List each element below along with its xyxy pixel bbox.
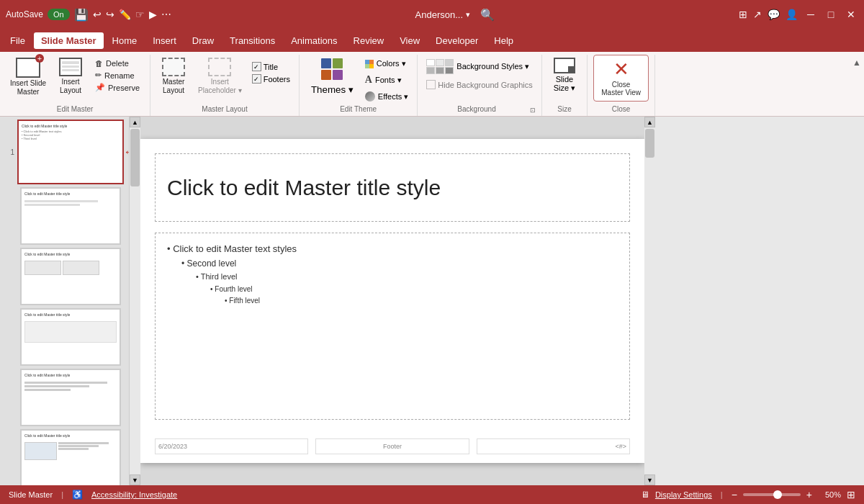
redo-icon[interactable]: ↪ — [106, 9, 114, 20]
accessibility-icon: ♿ — [72, 490, 83, 500]
menu-review[interactable]: Review — [346, 32, 392, 49]
menu-transitions[interactable]: Transitions — [222, 32, 282, 49]
slide-panel-scrollbar[interactable]: ▲ ▼ — [130, 117, 140, 485]
title-dropdown-icon[interactable]: ▾ — [466, 10, 470, 19]
zoom-thumb[interactable] — [773, 490, 782, 499]
main-area: 1 Click to edit Master title style • Cli… — [0, 117, 864, 485]
ribbon: + Insert SlideMaster InsertLayout 🗑 Dele… — [0, 52, 864, 117]
footer-right[interactable]: <#> — [477, 438, 630, 454]
rename-button[interactable]: ✏ Rename — [91, 69, 144, 81]
comments-icon[interactable]: 💬 — [768, 9, 780, 20]
bullet-4: • Fourth level — [210, 284, 618, 295]
slide-thumb-1[interactable]: Click to edit Master title style • Click… — [17, 120, 124, 184]
save-icon[interactable]: 💾 — [74, 8, 89, 22]
slide-thumb-4[interactable]: Click to edit Master title style — [20, 308, 121, 366]
canvas-v-scrollbar[interactable]: ▲ ▼ — [644, 117, 655, 485]
more-tools-icon[interactable]: ⋯ — [161, 9, 171, 20]
account-icon[interactable]: 👤 — [786, 9, 798, 20]
scroll-down-arrow[interactable]: ▼ — [130, 474, 140, 485]
canvas-scroll-up[interactable]: ▲ — [644, 117, 655, 127]
fonts-button[interactable]: A Fonts ▾ — [362, 73, 411, 87]
share-icon[interactable]: ↗ — [753, 9, 762, 20]
minimize-button[interactable]: ─ — [804, 7, 818, 22]
status-bar-right: 🖥 Display Settings | − + 50% ⊞ — [641, 489, 855, 500]
insert-placeholder-button[interactable]: InsertPlaceholder ▾ — [194, 55, 246, 98]
menu-slide-master[interactable]: Slide Master — [34, 32, 104, 49]
zoom-percent[interactable]: 50% — [818, 490, 841, 499]
themes-button[interactable]: Themes ▾ — [305, 55, 359, 98]
maximize-button[interactable]: □ — [824, 7, 838, 22]
present-icon[interactable]: ▶ — [149, 9, 157, 20]
preserve-icon: 📌 — [95, 83, 105, 92]
menu-bar: File Slide Master Home Insert Draw Trans… — [0, 29, 864, 52]
scroll-up-arrow[interactable]: ▲ — [130, 117, 140, 127]
close-master-view-button[interactable]: ✕ CloseMaster View — [593, 55, 649, 102]
slide-thumb-wrapper-3: Click to edit Master title style — [14, 248, 126, 305]
footers-checkbox[interactable]: ✓ Footers — [249, 73, 293, 85]
slide-thumb-6[interactable]: Click to edit Master title style — [20, 429, 121, 485]
menu-help[interactable]: Help — [487, 32, 521, 49]
search-icon[interactable]: 🔍 — [480, 8, 495, 22]
undo-icon[interactable]: ↩ — [93, 9, 102, 20]
menu-home[interactable]: Home — [105, 32, 145, 49]
bullet-2: • Second level — [181, 257, 618, 271]
title-checkbox[interactable]: ✓ Title — [249, 60, 293, 73]
hide-bg-checkbox[interactable]: Hide Background Graphics — [423, 78, 535, 91]
footer-center[interactable]: Footer — [315, 438, 469, 454]
close-button[interactable]: ✕ — [844, 7, 858, 22]
background-expand-icon[interactable]: ⊡ — [530, 107, 536, 114]
delete-button[interactable]: 🗑 Delete — [91, 58, 144, 69]
insert-slide-master-button[interactable]: + Insert SlideMaster — [6, 55, 50, 99]
colors-button[interactable]: Colors ▾ — [362, 58, 411, 70]
effects-button[interactable]: Effects ▾ — [362, 90, 411, 103]
menu-file[interactable]: File — [3, 32, 32, 49]
theme-options-col: Colors ▾ A Fonts ▾ Effects ▾ — [362, 55, 411, 103]
slide-panel: 1 Click to edit Master title style • Cli… — [0, 117, 130, 485]
master-layout-button[interactable]: MasterLayout — [156, 55, 191, 98]
title-bar-left: AutoSave On 💾 ↩ ↪ ✏️ ☞ ▶ ⋯ — [6, 8, 171, 22]
canvas-area: Click to edit Master title style • Click… — [140, 117, 644, 485]
touch-icon[interactable]: ☞ — [135, 9, 145, 20]
colors-icon — [365, 60, 374, 68]
slide-title-box[interactable]: Click to edit Master title style — [155, 153, 630, 222]
zoom-out-button[interactable]: − — [732, 489, 737, 500]
canvas-scroll-down[interactable]: ▼ — [644, 474, 655, 485]
background-content: Background Styles ▾ Hide Background Grap… — [423, 55, 535, 104]
zoom-slider[interactable] — [743, 493, 801, 496]
display-settings-icon: 🖥 — [641, 490, 649, 500]
slide-thumb-wrapper-4: Click to edit Master title style — [14, 308, 126, 366]
rename-icon: ✏ — [95, 71, 102, 80]
background-styles-button[interactable]: Background Styles ▾ — [423, 58, 532, 76]
accessibility-label[interactable]: Accessibility: Investigate — [91, 490, 177, 499]
title-bar-center: Anderson... ▾ 🔍 — [415, 8, 495, 22]
customize-icon[interactable]: ✏️ — [119, 9, 131, 20]
menu-draw[interactable]: Draw — [185, 32, 221, 49]
edit-theme-content: Themes ▾ Colors ▾ A Fonts ▾ Effects ▾ — [305, 55, 411, 104]
slide-thumb-wrapper-1: 1 Click to edit Master title style • Cli… — [3, 120, 126, 184]
size-label: Size — [548, 104, 581, 116]
slide-content-box[interactable]: • Click to edit Master text styles • Sec… — [155, 233, 630, 420]
display-settings-label[interactable]: Display Settings — [655, 490, 712, 499]
ribbon-collapse-icon[interactable]: ▲ — [852, 58, 861, 68]
preserve-button[interactable]: 📌 Preserve — [91, 81, 144, 94]
menu-insert[interactable]: Insert — [145, 32, 184, 49]
edit-master-label: Edit Master — [6, 104, 144, 116]
menu-developer[interactable]: Developer — [428, 32, 485, 49]
effects-icon — [365, 91, 375, 102]
ribbon-icon[interactable]: ⊞ — [739, 9, 747, 20]
slide-thumb-5[interactable]: Click to edit Master title style — [20, 369, 121, 426]
slide-thumb-2[interactable]: Click to edit Master title style — [20, 187, 121, 245]
menu-animations[interactable]: Animations — [284, 32, 344, 49]
background-label: Background — [423, 104, 529, 116]
fonts-icon: A — [365, 74, 372, 86]
zoom-in-button[interactable]: + — [806, 489, 812, 500]
footer-date[interactable]: 6/20/2023 — [155, 438, 308, 454]
ribbon-group-size: SlideSize ▾ Size — [542, 55, 588, 116]
slide-size-button[interactable]: SlideSize ▾ — [548, 55, 581, 96]
insert-layout-button[interactable]: InsertLayout — [53, 55, 88, 98]
delete-icon: 🗑 — [95, 59, 103, 68]
slide-thumb-3[interactable]: Click to edit Master title style — [20, 248, 121, 305]
menu-view[interactable]: View — [392, 32, 427, 49]
fit-slide-button[interactable]: ⊞ — [847, 489, 855, 500]
autosave-toggle[interactable]: On — [48, 9, 70, 20]
